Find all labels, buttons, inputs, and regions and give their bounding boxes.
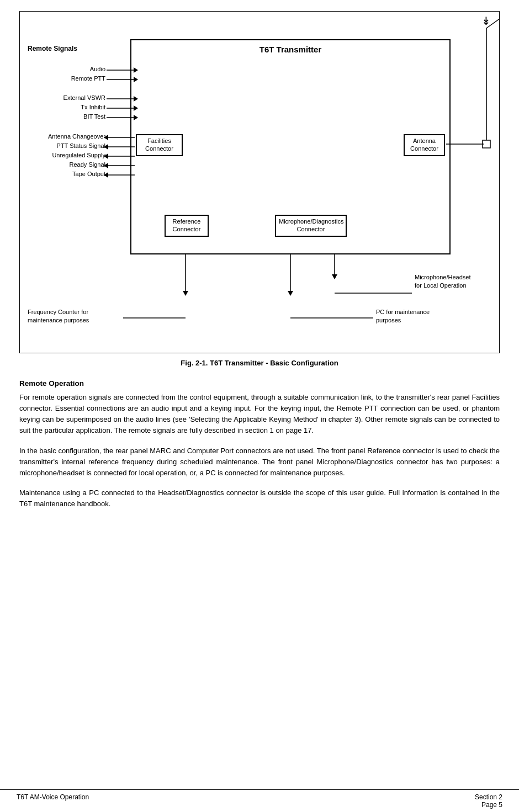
footer-section: Section 2 xyxy=(475,793,502,801)
svg-marker-39 xyxy=(288,291,293,296)
footer-page: Page 5 xyxy=(475,801,502,809)
paragraph-2: In the basic configuration, the rear pan… xyxy=(19,445,500,479)
figure-caption: Fig. 2-1. T6T Transmitter - Basic Config… xyxy=(17,359,502,367)
svg-text:Audio: Audio xyxy=(90,66,105,72)
frequency-counter-label: Frequency Counter formaintenance purpose… xyxy=(28,308,89,324)
reference-connector: ReferenceConnector xyxy=(165,215,209,237)
svg-text:Ready Signal: Ready Signal xyxy=(70,161,105,168)
paragraph-3: Maintenance using a PC connected to the … xyxy=(19,487,500,510)
footer: T6T AM-Voice Operation Section 2 Page 5 xyxy=(0,789,519,812)
corner-arrow-icon: ↡ xyxy=(481,14,491,28)
facilities-connector: FacilitiesConnector xyxy=(136,134,183,156)
svg-marker-20 xyxy=(104,144,108,150)
diagram-area: ↡ Remote Signals T6T Transmitter Facilit… xyxy=(19,11,500,353)
svg-rect-31 xyxy=(483,140,490,148)
section-heading-remote-operation: Remote Operation xyxy=(19,379,500,388)
remote-signals-label: Remote Signals xyxy=(28,45,77,52)
svg-text:Antenna Changeover: Antenna Changeover xyxy=(48,133,105,140)
svg-text:PTT Status Signal: PTT Status Signal xyxy=(57,142,105,149)
footer-right: Section 2 Page 5 xyxy=(475,793,502,809)
microphone-headset-label: Microphone/Headsetfor Local Operation xyxy=(415,273,471,289)
transmitter-title: T6T Transmitter xyxy=(131,40,449,54)
svg-marker-36 xyxy=(183,291,188,296)
svg-marker-29 xyxy=(104,172,108,178)
svg-text:Remote PTT: Remote PTT xyxy=(71,75,106,82)
pc-maintenance-label: PC for maintenancepurposes xyxy=(376,308,430,324)
paragraph-1: For remote operation signals are connect… xyxy=(19,392,500,437)
footer-left: T6T AM-Voice Operation xyxy=(17,793,89,809)
svg-text:Unregulated Supply: Unregulated Supply xyxy=(52,152,105,158)
svg-text:Tx Inhibit: Tx Inhibit xyxy=(81,104,105,110)
page-container: ↡ Remote Signals T6T Transmitter Facilit… xyxy=(0,0,519,812)
svg-marker-26 xyxy=(104,163,108,168)
antenna-connector: AntennaConnector xyxy=(404,134,445,156)
svg-marker-23 xyxy=(104,153,108,159)
svg-marker-41 xyxy=(332,274,337,279)
svg-text:External VSWR: External VSWR xyxy=(63,94,105,101)
svg-text:BIT Test: BIT Test xyxy=(83,113,105,120)
svg-text:Tape Output: Tape Output xyxy=(72,171,105,177)
svg-marker-17 xyxy=(104,135,108,140)
text-section: Remote Operation For remote operation si… xyxy=(19,379,500,510)
transmitter-box: T6T Transmitter FacilitiesConnector Ante… xyxy=(130,39,451,254)
microphone-diagnostics-connector: Microphone/DiagnosticsConnector xyxy=(275,215,347,237)
